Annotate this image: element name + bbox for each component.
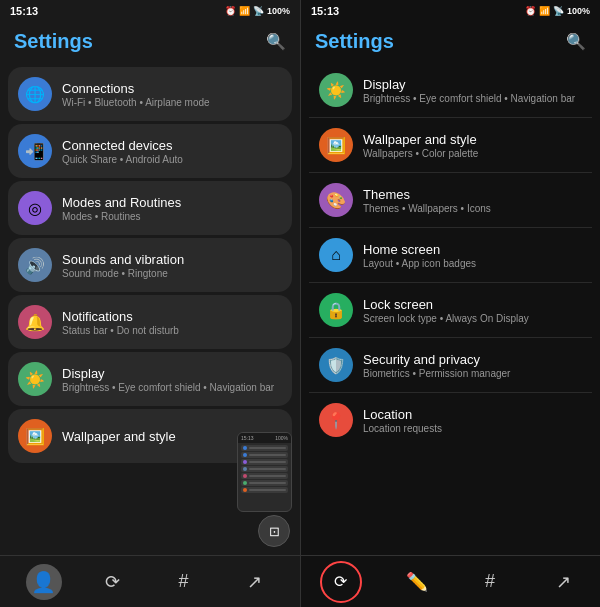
connected-devices-icon: 📲 — [18, 134, 52, 168]
right-screen: 15:13 ⏰ 📶 📡 100% Settings 🔍 ☀️ Display B… — [301, 0, 600, 607]
left-title: Settings — [14, 30, 93, 53]
left-search-icon[interactable]: 🔍 — [266, 32, 286, 51]
right-header: Settings 🔍 — [301, 22, 600, 63]
wallpaper-left-icon: 🖼️ — [18, 419, 52, 453]
connections-subtitle: Wi-Fi • Bluetooth • Airplane mode — [62, 97, 210, 108]
display-right-subtitle: Brightness • Eye comfort shield • Naviga… — [363, 93, 575, 104]
hash-icon: # — [485, 571, 495, 592]
right-nav-share[interactable]: ↗ — [545, 564, 581, 600]
setting-sounds[interactable]: 🔊 Sounds and vibration Sound mode • Ring… — [8, 238, 292, 292]
left-nav-share[interactable]: ↗ — [235, 562, 275, 602]
setting-connections[interactable]: 🌐 Connections Wi-Fi • Bluetooth • Airpla… — [8, 67, 292, 121]
wallpaper-right-title: Wallpaper and style — [363, 132, 478, 147]
left-bottom-nav: 👤 ⟳ # ↗ — [0, 555, 300, 607]
alarm-icon: ⏰ — [225, 6, 236, 16]
right-nav-edit[interactable]: ✏️ — [399, 564, 435, 600]
wallpaper-right-subtitle: Wallpapers • Color palette — [363, 148, 478, 159]
left-nav-hash[interactable]: # — [164, 562, 204, 602]
right-nav-recents-active[interactable]: ⟳ — [320, 561, 362, 603]
themes-title: Themes — [363, 187, 491, 202]
recents-active-icon: ⟳ — [334, 572, 347, 591]
notifications-icon: 🔔 — [18, 305, 52, 339]
notifications-subtitle: Status bar • Do not disturb — [62, 325, 179, 336]
modes-icon: ◎ — [18, 191, 52, 225]
display-left-title: Display — [62, 366, 274, 381]
left-status-icons: ⏰ 📶 📡 100% — [225, 6, 290, 16]
sounds-subtitle: Sound mode • Ringtone — [62, 268, 184, 279]
home-screen-subtitle: Layout • App icon badges — [363, 258, 476, 269]
left-nav-recents[interactable]: ⟳ — [93, 562, 133, 602]
lock-screen-subtitle: Screen lock type • Always On Display — [363, 313, 529, 324]
left-settings-list: 🌐 Connections Wi-Fi • Bluetooth • Airpla… — [0, 63, 300, 607]
setting-security[interactable]: 🛡️ Security and privacy Biometrics • Per… — [309, 338, 592, 393]
connected-devices-title: Connected devices — [62, 138, 183, 153]
sounds-title: Sounds and vibration — [62, 252, 184, 267]
thumbnail-preview: 15:13 100% — [237, 432, 292, 512]
right-wifi-icon: 📡 — [553, 6, 564, 16]
setting-display-right[interactable]: ☀️ Display Brightness • Eye comfort shie… — [309, 63, 592, 118]
lock-screen-icon: 🔒 — [319, 293, 353, 327]
right-nav-hash[interactable]: # — [472, 564, 508, 600]
setting-home-screen[interactable]: ⌂ Home screen Layout • App icon badges — [309, 228, 592, 283]
connections-icon: 🌐 — [18, 77, 52, 111]
edit-icon: ✏️ — [406, 571, 428, 593]
right-time: 15:13 — [311, 5, 339, 17]
left-nav-avatar[interactable]: 👤 — [26, 564, 62, 600]
right-battery: 100% — [567, 6, 590, 16]
security-subtitle: Biometrics • Permission manager — [363, 368, 510, 379]
themes-subtitle: Themes • Wallpapers • Icons — [363, 203, 491, 214]
setting-modes[interactable]: ◎ Modes and Routines Modes • Routines — [8, 181, 292, 235]
share-icon: ↗ — [556, 571, 571, 593]
connections-title: Connections — [62, 81, 210, 96]
setting-location[interactable]: 📍 Location Location requests — [309, 393, 592, 447]
wallpaper-left-title: Wallpaper and style — [62, 429, 176, 444]
signal-icon: 📶 — [239, 6, 250, 16]
right-search-icon[interactable]: 🔍 — [566, 32, 586, 51]
left-time: 15:13 — [10, 5, 38, 17]
location-subtitle: Location requests — [363, 423, 442, 434]
display-right-title: Display — [363, 77, 575, 92]
security-title: Security and privacy — [363, 352, 510, 367]
right-status-icons: ⏰ 📶 📡 100% — [525, 6, 590, 16]
location-icon: 📍 — [319, 403, 353, 437]
lock-screen-title: Lock screen — [363, 297, 529, 312]
modes-subtitle: Modes • Routines — [62, 211, 181, 222]
right-alarm-icon: ⏰ — [525, 6, 536, 16]
wifi-icon: 📡 — [253, 6, 264, 16]
screenshot-fab[interactable]: ⊡ — [258, 515, 290, 547]
right-signal-icon: 📶 — [539, 6, 550, 16]
home-screen-title: Home screen — [363, 242, 476, 257]
notifications-title: Notifications — [62, 309, 179, 324]
wallpaper-right-icon: 🖼️ — [319, 128, 353, 162]
left-status-bar: 15:13 ⏰ 📶 📡 100% — [0, 0, 300, 22]
left-battery: 100% — [267, 6, 290, 16]
right-settings-list: ☀️ Display Brightness • Eye comfort shie… — [301, 63, 600, 607]
sounds-icon: 🔊 — [18, 248, 52, 282]
setting-notifications[interactable]: 🔔 Notifications Status bar • Do not dist… — [8, 295, 292, 349]
setting-themes[interactable]: 🎨 Themes Themes • Wallpapers • Icons — [309, 173, 592, 228]
connected-devices-subtitle: Quick Share • Android Auto — [62, 154, 183, 165]
modes-title: Modes and Routines — [62, 195, 181, 210]
location-title: Location — [363, 407, 442, 422]
screenshot-icon: ⊡ — [269, 524, 280, 539]
right-title: Settings — [315, 30, 394, 53]
setting-wallpaper-right[interactable]: 🖼️ Wallpaper and style Wallpapers • Colo… — [309, 118, 592, 173]
display-left-subtitle: Brightness • Eye comfort shield • Naviga… — [62, 382, 274, 393]
right-bottom-nav: ⟳ ✏️ # ↗ — [301, 555, 600, 607]
security-icon: 🛡️ — [319, 348, 353, 382]
home-screen-icon: ⌂ — [319, 238, 353, 272]
display-right-icon: ☀️ — [319, 73, 353, 107]
setting-lock-screen[interactable]: 🔒 Lock screen Screen lock type • Always … — [309, 283, 592, 338]
display-left-icon: ☀️ — [18, 362, 52, 396]
themes-icon: 🎨 — [319, 183, 353, 217]
setting-display-left[interactable]: ☀️ Display Brightness • Eye comfort shie… — [8, 352, 292, 406]
setting-connected-devices[interactable]: 📲 Connected devices Quick Share • Androi… — [8, 124, 292, 178]
right-status-bar: 15:13 ⏰ 📶 📡 100% — [301, 0, 600, 22]
left-header: Settings 🔍 — [0, 22, 300, 63]
avatar-icon: 👤 — [31, 570, 56, 594]
